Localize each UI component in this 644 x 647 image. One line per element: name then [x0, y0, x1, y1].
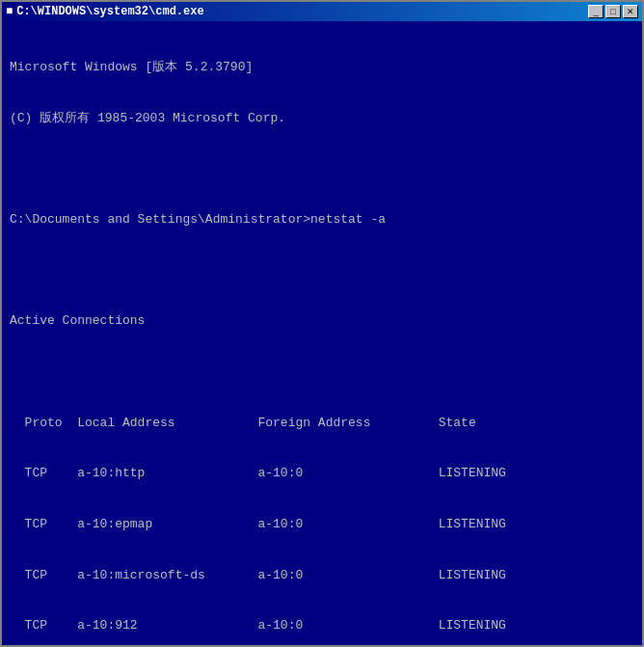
row-1: TCP a-10:epmap a-10:0 LISTENING — [10, 516, 634, 533]
cmd-window: ■ C:\WINDOWS\system32\cmd.exe _ □ ✕ Micr… — [0, 0, 644, 647]
line-copyright: (C) 版权所有 1985-2003 Microsoft Corp. — [10, 110, 634, 127]
maximize-button[interactable]: □ — [605, 5, 621, 18]
row-0: TCP a-10:http a-10:0 LISTENING — [10, 465, 634, 482]
terminal-body: Microsoft Windows [版本 5.2.3790] (C) 版权所有… — [2, 21, 642, 645]
close-button[interactable]: ✕ — [623, 5, 638, 18]
line-blank1 — [10, 160, 634, 177]
col-header-row: Proto Local Address Foreign Address Stat… — [10, 415, 634, 432]
window-title: C:\WINDOWS\system32\cmd.exe — [16, 5, 203, 18]
title-bar-text: ■ C:\WINDOWS\system32\cmd.exe — [6, 5, 204, 18]
line-blank2 — [10, 262, 634, 280]
title-bar-controls: _ □ ✕ — [588, 5, 638, 18]
line-version: Microsoft Windows [版本 5.2.3790] — [10, 59, 634, 76]
row-2: TCP a-10:microsoft-ds a-10:0 LISTENING — [10, 567, 634, 584]
line-blank3 — [10, 364, 634, 381]
line-active-connections: Active Connections — [10, 312, 634, 330]
terminal-icon: ■ — [6, 5, 13, 18]
title-bar: ■ C:\WINDOWS\system32\cmd.exe _ □ ✕ — [2, 2, 642, 21]
line-command: C:\Documents and Settings\Administrator>… — [10, 211, 634, 229]
minimize-button[interactable]: _ — [588, 5, 604, 18]
row-3: TCP a-10:912 a-10:0 LISTENING — [10, 617, 634, 634]
